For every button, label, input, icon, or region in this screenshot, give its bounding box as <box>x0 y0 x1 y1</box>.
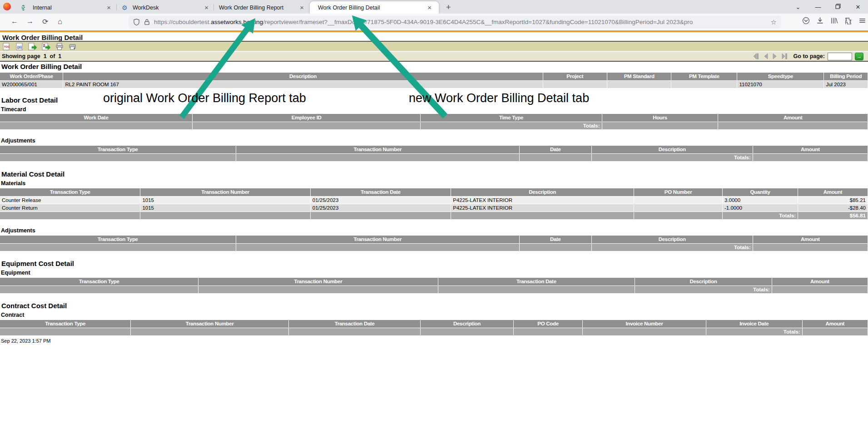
tab-work-order-billing-report[interactable]: Work Order Billing Report × <box>215 1 308 14</box>
table-cell: Counter Return <box>0 204 140 212</box>
work-order-table: Work Order/PhaseDescriptionProjectPM Sta… <box>0 73 868 88</box>
totals-cell <box>236 154 520 161</box>
column-header: Description <box>451 188 634 196</box>
reload-icon[interactable]: ⟳ <box>42 17 48 26</box>
table-cell: P4225-LATEX INTERIOR <box>451 204 634 212</box>
totals-cell <box>193 122 421 129</box>
column-header: Description <box>635 278 772 285</box>
column-header: Quantity <box>723 188 798 196</box>
pocket-icon[interactable] <box>802 17 810 25</box>
back-icon[interactable]: ← <box>11 17 18 25</box>
menu-hamburger-icon[interactable] <box>858 17 866 25</box>
table-cell: Counter Release <box>0 197 140 204</box>
home-icon[interactable]: ⌂ <box>58 17 62 26</box>
column-header: Invoice Number <box>583 320 706 328</box>
tab-internal[interactable]: S Internal × <box>18 1 114 14</box>
print-icon[interactable] <box>55 43 64 50</box>
totals-cell <box>421 328 513 335</box>
tab-work-order-billing-detail[interactable]: Work Order Billing Detail × <box>310 1 439 14</box>
table-header-row: Work Order/PhaseDescriptionProjectPM Sta… <box>0 73 868 80</box>
column-header: Amount <box>753 236 868 243</box>
column-header: Transaction Type <box>0 146 236 153</box>
totals-cell <box>583 328 706 335</box>
table-cell: Jul 2023 <box>824 81 868 88</box>
export-data-icon[interactable] <box>42 43 50 50</box>
extensions-puzzle-icon[interactable] <box>844 17 852 25</box>
gear-icon: ⚙ <box>122 4 129 11</box>
go-to-page-input[interactable] <box>828 53 852 60</box>
last-page-button[interactable] <box>780 53 788 59</box>
totals-cell <box>634 212 723 219</box>
table-header-row: Transaction TypeTransaction NumberTransa… <box>0 188 868 196</box>
column-header: Transaction Number <box>131 320 289 328</box>
column-header: Description <box>592 146 753 153</box>
column-header: PM Template <box>671 73 737 80</box>
table-cell <box>671 81 737 88</box>
bookmark-star-icon[interactable]: ☆ <box>771 18 777 26</box>
contract-cost-heading: Contract Cost Detail <box>0 302 868 310</box>
go-button[interactable]: → <box>855 53 863 60</box>
column-header: Transaction Type <box>0 188 140 196</box>
library-icon[interactable] <box>830 17 838 25</box>
totals-cell <box>0 212 140 219</box>
next-page-button[interactable] <box>772 53 778 59</box>
column-header: Transaction Type <box>0 236 236 243</box>
url-bar[interactable]: https://cubouldertest.assetworks.hosting… <box>129 15 781 29</box>
shield-icon[interactable] <box>133 19 140 25</box>
column-header: Employee ID <box>193 114 421 122</box>
table-cell: 1015 <box>140 204 310 212</box>
column-header: Speedtype <box>737 73 824 80</box>
column-header: PO Number <box>634 188 723 196</box>
timecard-table: Work DateEmployee IDTime TypeHoursAmount… <box>0 114 868 129</box>
table-cell: -$28.40 <box>798 204 868 212</box>
column-header: Description <box>63 73 543 80</box>
column-header: Work Order/Phase <box>0 73 63 80</box>
column-header: Transaction Date <box>289 320 421 328</box>
column-header: Transaction Number <box>140 188 310 196</box>
xml-page-icon[interactable]: {p} <box>15 43 23 50</box>
url-text[interactable]: https://cubouldertest.assetworks.hosting… <box>154 19 693 25</box>
material-cost-heading: Material Cost Detail <box>0 170 868 178</box>
go-to-page-label: Go to page: <box>794 53 825 59</box>
totals-label: Totals: <box>706 328 803 335</box>
forward-icon[interactable]: → <box>26 17 34 25</box>
equipment-table: Transaction TypeTransaction NumberTransa… <box>0 278 868 293</box>
export-page-icon[interactable] <box>28 43 37 50</box>
tab-list-chevron-icon[interactable]: ⌄ <box>788 4 808 10</box>
report-timestamp: Sep 22, 2023 1:57 PM <box>0 338 868 344</box>
totals-cell <box>311 212 451 219</box>
column-header: Transaction Number <box>236 236 520 243</box>
tab-close-icon[interactable]: × <box>300 4 304 11</box>
tab-close-icon[interactable]: × <box>107 4 111 11</box>
new-tab-button[interactable]: + <box>446 3 451 12</box>
column-header: Description <box>592 236 753 243</box>
tab-workdesk[interactable]: ⚙ WorkDesk × <box>118 1 212 14</box>
lock-icon[interactable] <box>144 19 150 25</box>
first-page-button[interactable] <box>753 53 760 59</box>
column-header: PO Code <box>514 320 583 328</box>
minimize-button[interactable]: — <box>808 4 828 10</box>
table-cell: $85.21 <box>798 197 868 204</box>
restore-button[interactable] <box>828 4 848 10</box>
totals-amount <box>772 286 868 293</box>
column-header: Date <box>520 146 592 153</box>
totals-amount <box>803 328 868 335</box>
table-cell: W2000065/001 <box>0 81 63 88</box>
toc-icon[interactable]: TOC <box>3 43 10 50</box>
material-adjustments-table: Transaction TypeTransaction NumberDateDe… <box>0 236 868 251</box>
download-icon[interactable] <box>816 17 824 25</box>
previous-page-button[interactable] <box>763 53 769 59</box>
totals-cell <box>236 244 520 251</box>
print-export-icon[interactable] <box>69 43 77 50</box>
totals-cell <box>602 122 719 129</box>
tab-divider <box>213 4 214 10</box>
table-cell <box>543 81 607 88</box>
table-header-row: Work DateEmployee IDTime TypeHoursAmount <box>0 114 868 122</box>
tab-close-icon[interactable]: × <box>427 4 432 11</box>
totals-amount: $56.81 <box>798 212 868 219</box>
annotation-label-original-tab: original Work Order Billing Report tab <box>103 91 306 105</box>
totals-row: Totals: <box>0 286 868 293</box>
totals-cell <box>198 286 438 293</box>
tab-close-icon[interactable]: × <box>204 4 208 11</box>
close-window-button[interactable]: ✕ <box>848 4 868 10</box>
